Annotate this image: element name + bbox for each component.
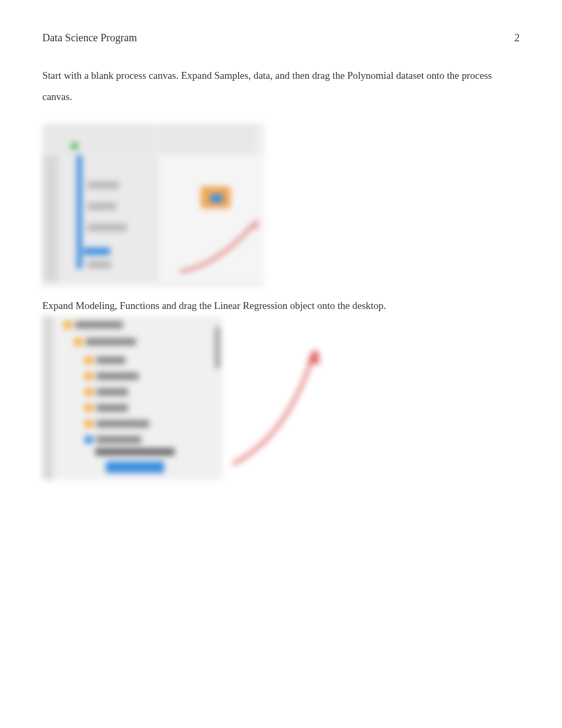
tree-item — [87, 261, 111, 268]
tree-label — [86, 338, 136, 345]
header-title: Data Science Program — [42, 32, 137, 44]
tree-label — [75, 321, 123, 329]
page-number: 2 — [514, 32, 520, 44]
tree-label — [96, 420, 149, 427]
figure1-tree-panel — [58, 155, 159, 282]
dataset-node-center — [210, 194, 223, 203]
paragraph-1: Start with a blank process canvas. Expan… — [42, 65, 520, 107]
tree-row — [64, 320, 123, 330]
figure1-sidebar — [42, 155, 58, 282]
figure1-repository-panel — [44, 125, 156, 153]
tree-label — [96, 372, 139, 380]
drag-arrow-icon — [228, 332, 333, 469]
folder-icon — [85, 436, 93, 443]
folder-icon — [85, 404, 93, 412]
figure1-top-panels — [42, 123, 265, 155]
tree-row — [95, 447, 175, 457]
tree-row — [85, 435, 141, 444]
tree-label — [96, 357, 125, 364]
figure2-tree-panel — [42, 316, 222, 480]
folder-icon — [64, 321, 72, 329]
svg-point-1 — [310, 350, 320, 361]
tree-label — [95, 448, 175, 456]
linear-regression-item — [106, 461, 164, 473]
page-header: Data Science Program 2 — [42, 32, 520, 44]
figure1-process-canvas — [159, 155, 265, 282]
page-container: Data Science Program 2 Start with a blan… — [0, 0, 562, 512]
folder-icon — [85, 357, 93, 364]
figure-drag-linear-regression — [42, 316, 339, 480]
tree-item-selected — [84, 248, 110, 255]
tree-label — [96, 404, 128, 412]
figure-drag-polynomial-dataset — [42, 123, 265, 287]
tree-row — [85, 403, 128, 413]
folder-icon — [85, 372, 93, 380]
tree-item — [87, 181, 119, 189]
folder-icon — [85, 388, 93, 396]
tree-item — [87, 224, 127, 231]
drag-arrow-icon — [175, 213, 270, 277]
scrollbar — [215, 326, 220, 369]
figure2-canvas-area — [222, 316, 339, 480]
dataset-node-icon — [201, 187, 230, 208]
tree-row — [85, 387, 128, 397]
tree-row — [85, 419, 149, 429]
tree-label — [96, 436, 141, 443]
tree-item — [87, 203, 116, 210]
green-samples-icon — [71, 143, 78, 149]
figure2-sidebar — [42, 316, 53, 480]
folder-icon — [85, 420, 93, 427]
tree-row — [85, 371, 139, 381]
tree-label — [96, 388, 128, 396]
tree-row — [74, 337, 136, 347]
tree-row — [85, 356, 125, 365]
folder-icon — [74, 338, 83, 345]
figure1-process-panel — [160, 125, 255, 153]
paragraph-2: Expand Modeling, Functions and drag the … — [42, 298, 520, 314]
tree-selection-bar — [77, 155, 82, 269]
figure1-body — [42, 155, 265, 282]
